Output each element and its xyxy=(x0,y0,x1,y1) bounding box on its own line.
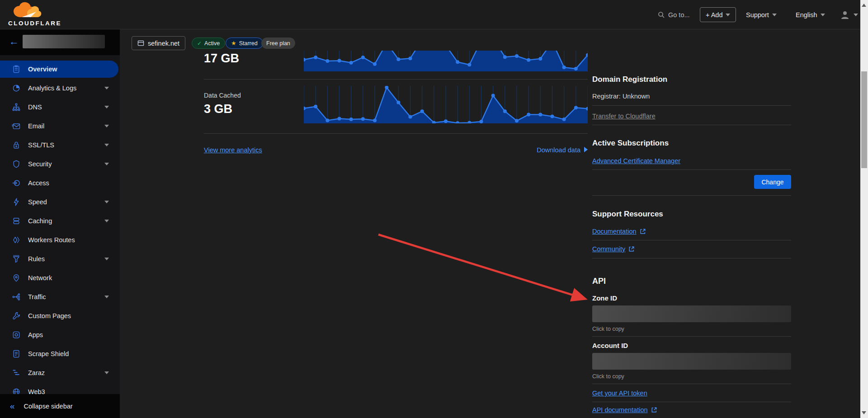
sidebar-item-ssl-tls[interactable]: SSL/TLS xyxy=(0,136,120,154)
chevron-down-icon xyxy=(104,371,109,374)
user-avatar-icon xyxy=(840,10,850,20)
go-to-search[interactable]: Go to... xyxy=(658,0,690,29)
account-id-label: Account ID xyxy=(592,342,628,349)
chevron-down-icon xyxy=(104,220,109,222)
download-data-link[interactable]: Download data xyxy=(515,146,588,154)
chevron-down-icon xyxy=(104,106,109,108)
data-cached-chart-svg xyxy=(304,86,588,123)
play-triangle-icon xyxy=(584,147,588,152)
get-api-token-link[interactable]: Get your API token xyxy=(592,390,647,397)
advanced-certificate-manager-link[interactable]: Advanced Certificate Manager xyxy=(592,157,680,164)
divider xyxy=(592,336,791,337)
scrollbar-down-arrow[interactable] xyxy=(862,411,866,414)
wrench-icon xyxy=(12,311,21,320)
chevron-down-icon xyxy=(772,14,777,16)
sidebar-item-access[interactable]: Access xyxy=(0,174,120,192)
metric-cached-label: Data Cached xyxy=(204,92,241,99)
sidebar-item-label: DNS xyxy=(28,103,42,111)
access-icon xyxy=(12,178,21,188)
chevron-down-icon xyxy=(104,87,109,89)
starred-badge[interactable]: ★ Starred xyxy=(226,38,263,49)
email-icon xyxy=(12,122,21,131)
go-to-label: Go to... xyxy=(668,11,690,19)
sidebar-item-analytics-logs[interactable]: Analytics & Logs xyxy=(0,80,120,97)
language-menu[interactable]: English xyxy=(796,0,825,29)
sidebar-item-workers-routes[interactable]: Workers Routes xyxy=(0,231,120,249)
account-name-redacted[interactable] xyxy=(23,35,105,48)
sidebar-item-scrape-shield[interactable]: Scrape Shield xyxy=(0,345,120,362)
chevron-down-icon xyxy=(104,125,109,127)
community-label: Community xyxy=(592,245,625,253)
community-link[interactable]: Community xyxy=(592,245,635,253)
chevron-down-icon xyxy=(726,14,730,16)
api-documentation-link[interactable]: API documentation xyxy=(592,406,657,413)
apps-icon xyxy=(12,330,21,339)
sidebar-item-speed[interactable]: Speed xyxy=(0,193,120,211)
scrollbar-up-arrow[interactable] xyxy=(862,4,866,7)
status-badge-active: ✓ Active xyxy=(192,38,225,49)
sidebar-item-traffic[interactable]: Traffic xyxy=(0,288,120,305)
plan-badge: Free plan xyxy=(261,38,295,49)
add-button[interactable]: + Add xyxy=(700,7,736,22)
workers-icon xyxy=(12,235,21,244)
metric-cached-value: 3 GB xyxy=(204,102,232,116)
divider xyxy=(592,384,791,384)
domain-button[interactable]: sefinek.net xyxy=(132,36,185,50)
top-navbar: CLOUDFLARE Go to... + Add Support Englis… xyxy=(0,0,860,29)
sidebar-item-apps[interactable]: Apps xyxy=(0,326,120,343)
starred-badge-label: Starred xyxy=(239,40,258,47)
sidebar-item-custom-pages[interactable]: Custom Pages xyxy=(0,307,120,324)
documentation-label: Documentation xyxy=(592,228,637,235)
account-menu[interactable] xyxy=(840,0,858,29)
cache-icon xyxy=(12,216,21,225)
change-button[interactable]: Change xyxy=(754,175,791,189)
sidebar-item-label: Rules xyxy=(28,255,45,263)
back-arrow-icon[interactable]: ← xyxy=(9,36,19,47)
plan-badge-label: Free plan xyxy=(266,40,290,47)
sidebar-item-label: Scrape Shield xyxy=(28,350,69,357)
documentation-link[interactable]: Documentation xyxy=(592,228,646,235)
external-link-icon xyxy=(628,246,635,252)
sidebar-item-overview[interactable]: Overview xyxy=(0,61,118,78)
zaraz-icon xyxy=(12,368,21,377)
sidebar-item-rules[interactable]: Rules xyxy=(0,250,120,268)
chevron-down-icon xyxy=(104,296,109,298)
collapse-sidebar-button[interactable]: « Collapse sidebar xyxy=(0,394,120,418)
metric-top-value: 17 GB xyxy=(204,52,239,66)
transfer-to-cloudflare-link[interactable]: Transfer to Cloudflare xyxy=(592,113,656,120)
sidebar-item-security[interactable]: Security xyxy=(0,155,120,173)
sidebar-item-label: Email xyxy=(28,122,44,130)
pin-icon xyxy=(12,273,21,282)
external-link-icon xyxy=(640,228,646,235)
sidebar-item-label: Workers Routes xyxy=(28,236,75,244)
sidebar-item-label: Traffic xyxy=(28,293,46,301)
account-id-value-redacted[interactable] xyxy=(592,353,791,370)
page-scrollbar[interactable] xyxy=(860,0,868,418)
domain-name: sefinek.net xyxy=(148,40,179,47)
divider xyxy=(592,240,791,240)
sidebar-item-label: Apps xyxy=(28,331,43,338)
download-data-label: Download data xyxy=(537,146,580,154)
cloudflare-logo[interactable]: CLOUDFLARE xyxy=(8,2,58,28)
account-id-copy-hint: Click to copy xyxy=(592,373,624,380)
chevron-down-icon xyxy=(854,14,858,16)
divider xyxy=(592,105,791,106)
traffic-chart xyxy=(304,51,588,71)
analytics-icon xyxy=(12,84,21,93)
sidebar-item-dns[interactable]: DNS xyxy=(0,99,120,116)
sidebar-item-label: Network xyxy=(28,274,52,282)
api-heading: API xyxy=(592,277,606,286)
scrollbar-thumb[interactable] xyxy=(861,71,867,168)
bolt-icon xyxy=(12,197,21,207)
support-menu[interactable]: Support xyxy=(746,0,777,29)
view-more-analytics-link[interactable]: View more analytics xyxy=(204,146,262,154)
chevron-down-icon xyxy=(104,144,109,146)
sidebar-item-zaraz[interactable]: Zaraz xyxy=(0,364,120,381)
sidebar-item-label: Custom Pages xyxy=(28,312,71,319)
sidebar-item-caching[interactable]: Caching xyxy=(0,212,120,230)
collapse-chevrons-icon: « xyxy=(10,401,15,411)
sidebar-item-network[interactable]: Network xyxy=(0,269,120,286)
star-icon: ★ xyxy=(231,40,236,47)
zone-id-value-redacted[interactable] xyxy=(592,305,791,322)
sidebar-item-email[interactable]: Email xyxy=(0,117,120,135)
